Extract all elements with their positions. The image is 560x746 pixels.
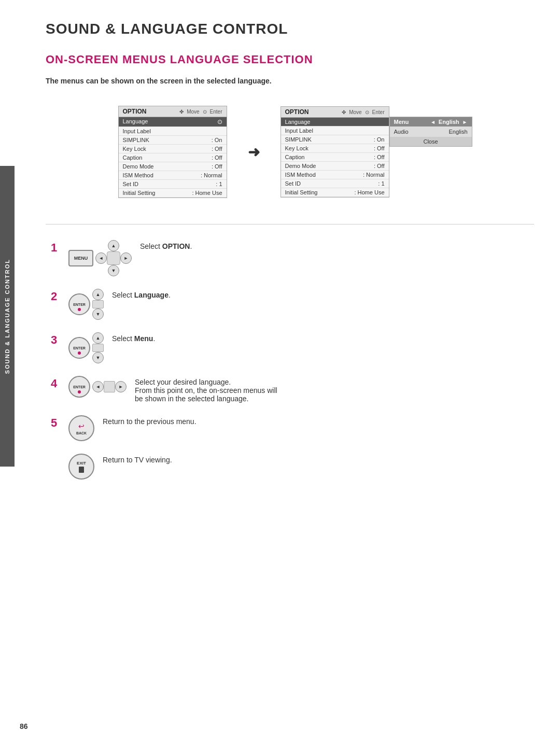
step-3-text: Select Menu. — [112, 332, 155, 343]
nav-cluster-3: ▲ ▼ — [92, 332, 104, 363]
nav-up-btn-2: ▲ — [92, 289, 104, 300]
step-4-number: 4 — [51, 377, 60, 390]
enter-dot — [78, 308, 81, 311]
english-nav-label: English — [437, 119, 461, 125]
step-exit-icons: EXIT — [68, 454, 94, 480]
enter-dot-4 — [78, 390, 81, 393]
step-exit-text: Return to TV viewing. — [103, 454, 172, 464]
nav-down-btn-2: ▼ — [92, 308, 104, 320]
step-4-icons: ENTER ◄ ► — [68, 376, 127, 398]
exit-button-icon: EXIT — [68, 454, 94, 480]
nav-center-4 — [104, 381, 115, 392]
side-tab-text: SOUND & LANGUAGE CONTROL — [4, 259, 10, 374]
back-label: BACK — [76, 431, 87, 435]
left-row-demo: Demo Mode : Off — [119, 162, 227, 171]
left-option-header: OPTION ✤ Move ⊙ Enter — [119, 106, 227, 117]
back-button-icon: ↩ BACK — [68, 415, 94, 441]
step-exit: 5 EXIT Return to TV viewing. — [51, 454, 534, 480]
submenu-audio-row: Audio English — [390, 127, 472, 137]
step-2-text: Select Language. — [112, 289, 171, 299]
page-title: SOUND & LANGUAGE CONTROL — [46, 21, 534, 37]
nav-left-btn: ◄ — [95, 252, 107, 264]
left-row-caption: Caption : Off — [119, 153, 227, 162]
nav-up-btn: ▲ — [108, 240, 119, 251]
enter-icon-r: ⊙ — [365, 109, 369, 115]
right-row-caption: Caption : Off — [281, 153, 389, 162]
page-number: 86 — [20, 722, 28, 730]
right-option-header: OPTION ✤ Move ⊙ Enter — [281, 107, 389, 118]
step-4: 4 ENTER ◄ ► Select your desired language… — [51, 376, 534, 403]
section-divider — [46, 224, 534, 224]
step-2: 2 ENTER ▲ ▼ Select Language. — [51, 289, 534, 320]
step-5-icons: ↩ BACK — [68, 415, 94, 441]
steps-area: 1 MENU ▲ ◄ ► ▼ Select OPTION — [51, 240, 534, 480]
exit-label: EXIT — [77, 461, 86, 466]
enter-label-r: Enter — [372, 109, 385, 115]
right-option-controls: ✤ Move ⊙ Enter — [342, 109, 384, 115]
step-2-icons: ENTER ▲ ▼ — [68, 289, 104, 320]
nav-lr-row-4: ◄ ► — [92, 381, 127, 392]
diagrams-area: OPTION ✤ Move ⊙ Enter Language ⊙ Input L… — [56, 106, 534, 198]
left-row-keylock: Key Lock : Off — [119, 145, 227, 153]
left-option-title: OPTION — [123, 108, 147, 115]
submenu-audio-label: Audio — [394, 129, 409, 135]
enter-button-icon-2: ENTER — [68, 293, 90, 315]
step-1: 1 MENU ▲ ◄ ► ▼ Select OPTION — [51, 240, 534, 276]
nav-right-btn: ► — [120, 252, 132, 264]
nav-down-btn: ▼ — [108, 265, 119, 276]
step-4-text: Select your desired language. From this … — [135, 376, 277, 403]
move-label-r: Move — [349, 109, 361, 115]
left-option-menu: OPTION ✤ Move ⊙ Enter Language ⊙ Input L… — [118, 106, 227, 198]
step-3-number: 3 — [51, 333, 60, 347]
left-row-simplink: SIMPLINK : On — [119, 136, 227, 145]
arrow-right-icon: ► — [463, 119, 468, 125]
nav-lr-row: ◄ ► — [95, 251, 132, 265]
step-5-number: 5 — [51, 416, 60, 430]
enter-dot-3 — [78, 351, 81, 355]
right-row-setid: Set ID : 1 — [281, 179, 389, 188]
step-2-number: 2 — [51, 290, 60, 303]
right-row-input-label: Input Label — [281, 126, 389, 135]
right-row-initial: Initial Setting : Home Use — [281, 188, 389, 197]
enter-button-icon-3: ENTER — [68, 337, 90, 359]
left-row-initial: Initial Setting : Home Use — [119, 189, 227, 198]
left-row-setid: Set ID : 1 — [119, 180, 227, 189]
nav-up-btn-3: ▲ — [92, 332, 104, 344]
step-1-number: 1 — [51, 241, 60, 255]
nav-cluster-4: ◄ ► — [92, 381, 127, 392]
submenu-nav-arrows: ◄ English ► — [430, 119, 468, 125]
submenu-menu-row: Menu ◄ English ► — [390, 117, 472, 127]
back-arrow-icon: ↩ — [78, 422, 85, 430]
nav-left-btn-4: ◄ — [92, 381, 104, 392]
menu-button-icon: MENU — [68, 250, 93, 266]
left-option-controls: ✤ Move ⊙ Enter — [179, 109, 222, 115]
nav-cluster-2: ▲ ▼ — [92, 289, 104, 320]
submenu: Menu ◄ English ► Audio English Close — [389, 117, 472, 147]
description: The menus can be shown on the screen in … — [46, 77, 534, 85]
move-icon-r: ✤ — [342, 109, 346, 115]
nav-center-3 — [92, 344, 104, 352]
right-row-language: Language — [281, 118, 389, 126]
submenu-audio-english: English — [449, 129, 467, 135]
forward-arrow: ➜ — [248, 144, 260, 161]
section-title: ON-SCREEN MENUS LANGUAGE SELECTION — [46, 53, 534, 66]
move-label: Move — [187, 109, 199, 115]
enter-button-icon-4: ENTER — [68, 376, 90, 398]
step-5: 5 ↩ BACK Return to the previous menu. — [51, 415, 534, 441]
right-row-simplink: SIMPLINK : On — [281, 135, 389, 144]
main-content: SOUND & LANGUAGE CONTROL ON-SCREEN MENUS… — [20, 0, 560, 500]
submenu-close-btn[interactable]: Close — [390, 137, 472, 146]
arrow-left-icon: ◄ — [430, 119, 436, 125]
left-row-language: Language ⊙ — [119, 117, 227, 127]
move-icon: ✤ — [179, 109, 184, 115]
right-row-keylock: Key Lock : Off — [281, 144, 389, 153]
nav-cluster-1: ▲ ◄ ► ▼ — [95, 240, 132, 276]
step-3-icons: ENTER ▲ ▼ — [68, 332, 104, 363]
right-row-ism: ISM Method : Normal — [281, 171, 389, 179]
side-tab: SOUND & LANGUAGE CONTROL — [0, 166, 15, 467]
submenu-close-label: Close — [423, 138, 438, 145]
nav-center-2 — [92, 300, 104, 308]
exit-door-icon — [79, 467, 84, 473]
nav-center — [107, 251, 120, 265]
step-5-text: Return to the previous menu. — [103, 415, 197, 426]
